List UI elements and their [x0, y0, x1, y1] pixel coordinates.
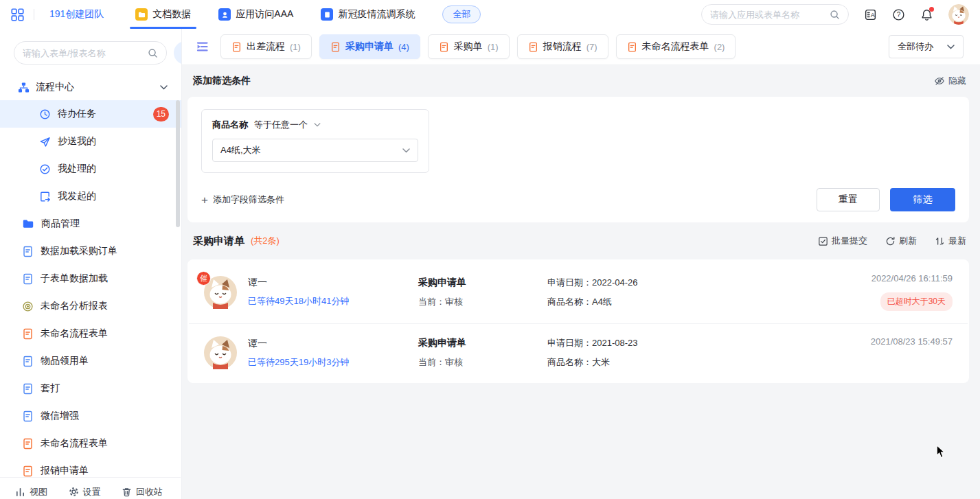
eye-off-icon	[934, 76, 945, 86]
search-icon	[148, 48, 158, 58]
tab-unnamed-flow-form[interactable]: 未命名流程表单 (2)	[616, 34, 736, 59]
sidebar-item-todo-tasks[interactable]: 待办任务 15	[0, 100, 181, 128]
task-row[interactable]: 催 谭一 已等待49天18小时41分钟 采购申请单 当前：审核 申请日期：202…	[187, 261, 969, 323]
doc-orange-icon	[528, 42, 538, 52]
chevron-down-icon	[314, 123, 321, 127]
current-step: 当前：审核	[418, 296, 547, 308]
batch-submit-button[interactable]: 批量提交	[818, 235, 867, 247]
tab-purchase-order[interactable]: 采购单 (1)	[428, 34, 510, 59]
tab-label: 采购单	[454, 40, 483, 53]
all-apps-pill[interactable]: 全部	[442, 5, 481, 23]
sidebar-item-initiated-by-me[interactable]: 我发起的	[0, 183, 181, 210]
filter-list-icon[interactable]	[196, 40, 209, 54]
product-name: 商品名称：大米	[547, 356, 807, 369]
clock-icon	[39, 108, 51, 120]
tab-purchase-request[interactable]: 采购申请单 (4)	[319, 34, 420, 59]
sidebar-item-label: 物品领用单	[41, 355, 89, 367]
sidebar-item-item-requisition[interactable]: 物品领用单	[0, 347, 181, 375]
flow-center-icon	[18, 82, 30, 93]
condition-value: A4纸,大米	[220, 144, 261, 156]
add-field-condition-button[interactable]: + 添加字段筛选条件	[201, 194, 284, 206]
condition-value-select[interactable]: A4纸,大米	[212, 139, 418, 162]
add-button[interactable]: +	[174, 41, 182, 65]
settings-button[interactable]: 设置	[69, 486, 101, 498]
avatar	[204, 336, 237, 369]
list-count: (共2条)	[251, 235, 280, 247]
scope-select[interactable]: 全部待办	[889, 35, 964, 58]
sidebar-item-label: 我发起的	[58, 190, 96, 202]
sidebar-item-wechat-enhance[interactable]: 微信增强	[0, 402, 181, 430]
doc-orange-icon	[22, 438, 34, 450]
language-icon[interactable]: A	[864, 8, 877, 21]
sidebar-item-label: 未命名流程表单	[41, 437, 108, 450]
doc-send-icon	[39, 191, 51, 202]
refresh-icon	[885, 236, 896, 246]
filter-condition: 商品名称 等于任意一个 A4纸,大米	[201, 109, 429, 173]
tab-reimbursement-flow[interactable]: 报销流程 (7)	[517, 34, 608, 59]
condition-operator: 等于任意一个	[254, 119, 308, 131]
doc-orange-icon	[439, 42, 449, 52]
tab-label: 出差流程	[247, 40, 285, 53]
timestamp: 2022/04/26 16:11:59	[871, 273, 953, 283]
sidebar-item-unnamed-flow-form-1[interactable]: 未命名流程表单	[0, 320, 181, 347]
sidebar-item-label: 未命名流程表单	[41, 327, 108, 340]
waiting-time-link[interactable]: 已等待49天18小时41分钟	[248, 295, 418, 307]
chevron-down-icon	[947, 45, 955, 49]
sidebar-item-label: 我处理的	[58, 163, 96, 175]
doc-blue-icon	[22, 383, 34, 395]
sidebar-search-input[interactable]	[23, 48, 144, 58]
apply-filter-button[interactable]: 筛选	[890, 188, 955, 211]
hide-filters-button[interactable]: 隐藏	[934, 75, 966, 87]
app-tab-app-access[interactable]: 应用访问AAA	[218, 0, 293, 29]
apps-grid-icon[interactable]	[11, 8, 24, 21]
sidebar-scrollbar[interactable]	[176, 100, 180, 227]
filter-card: 商品名称 等于任意一个 A4纸,大米 + 添加字段筛选条件	[187, 97, 969, 222]
tab-label: 采购申请单	[345, 40, 394, 53]
sidebar-item-cc-to-me[interactable]: 抄送我的	[0, 128, 181, 155]
refresh-button[interactable]: 刷新	[885, 235, 917, 247]
recycle-bin-button[interactable]: 回收站	[122, 486, 163, 498]
batch-submit-label: 批量提交	[832, 235, 867, 247]
sidebar-item-product-management[interactable]: 商品管理	[0, 210, 181, 237]
help-icon[interactable]: ?	[892, 8, 905, 21]
form-tabs-row: 出差流程 (1) 采购申请单 (4) 采购单 (1) 报销流程 (7) 未命名流…	[182, 29, 980, 65]
sidebar-group-process-center[interactable]: 流程中心	[0, 74, 181, 100]
app-tab-covid-system[interactable]: 新冠疫情流调系统	[321, 0, 415, 29]
global-search-input[interactable]	[710, 10, 825, 20]
sidebar-group-label: 流程中心	[36, 81, 74, 93]
doc-blue-icon	[22, 246, 34, 257]
task-row[interactable]: 谭一 已等待295天19小时3分钟 采购申请单 当前：审核 申请日期：2021-…	[187, 324, 969, 382]
app-tab-doc-data[interactable]: 文档数据	[135, 0, 191, 29]
sidebar-item-handled-by-me[interactable]: 我处理的	[0, 155, 181, 183]
sidebar-item-unnamed-analysis-report[interactable]: 未命名分析报表	[0, 292, 181, 320]
sidebar-item-label: 待办任务	[58, 108, 96, 120]
tab-business-trip-flow[interactable]: 出差流程 (1)	[220, 34, 312, 59]
sidebar-item-label: 抄送我的	[58, 135, 96, 148]
todo-count-badge: 15	[153, 107, 169, 121]
user-avatar[interactable]	[948, 4, 969, 25]
sidebar-item-subform-data-load[interactable]: 子表单数据加载	[0, 265, 181, 292]
sidebar-item-unnamed-flow-form-2[interactable]: 未命名流程表单	[0, 430, 181, 457]
reset-button[interactable]: 重置	[817, 188, 880, 211]
sidebar-item-print-template[interactable]: 套打	[0, 375, 181, 402]
sidebar-item-label: 商品管理	[41, 218, 80, 230]
views-button[interactable]: 视图	[15, 486, 47, 498]
doc-orange-icon	[627, 42, 637, 52]
bell-icon[interactable]	[920, 8, 933, 21]
sidebar-item-data-load-purchase-order[interactable]: 数据加载采购订单	[0, 237, 181, 265]
topbar: 191创建团队 文档数据 应用访问AAA 新冠疫情流调系统 全部	[0, 0, 980, 29]
doc-orange-icon	[22, 465, 34, 477]
waiting-time-link[interactable]: 已等待295天19小时3分钟	[248, 356, 418, 369]
divider	[34, 9, 34, 20]
overdue-badge: 已超时大于30天	[880, 292, 953, 311]
sidebar-item-label: 子表单数据加载	[41, 272, 108, 285]
condition-field-operator[interactable]: 商品名称 等于任意一个	[212, 119, 418, 131]
timestamp: 2021/08/23 15:49:57	[871, 336, 953, 347]
team-name-link[interactable]: 191创建团队	[49, 8, 104, 21]
settings-label: 设置	[83, 486, 101, 498]
send-icon	[39, 136, 51, 148]
sort-newest-button[interactable]: 最新	[935, 235, 966, 247]
sidebar-item-label: 报销申请单	[41, 465, 89, 477]
chevron-down-icon	[402, 148, 410, 153]
chevron-down-icon	[160, 85, 168, 90]
